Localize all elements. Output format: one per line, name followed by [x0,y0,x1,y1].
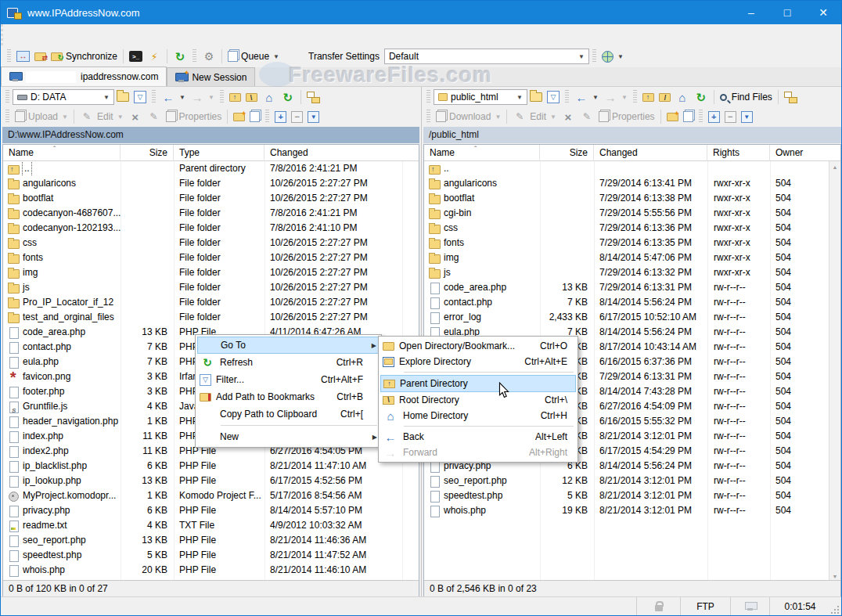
column-header-type[interactable]: Type [174,145,264,161]
drive-select[interactable]: D: DATA▼ [13,89,114,105]
parent-directory-button[interactable]: ↑ [640,88,657,106]
menu-bar-item[interactable] [23,32,36,38]
directory-tree-button[interactable] [782,88,799,106]
menu-bar-item[interactable] [61,32,74,38]
root-directory-button[interactable]: \ [243,88,260,106]
file-row[interactable]: js 7/29/2014 6:13:32 PM rwxr-xr-x 504 [424,265,840,280]
file-row[interactable]: speedtest.php 5 KB 8/21/2014 3:12:01 PM … [424,488,840,503]
download-button[interactable]: Download▼ [434,108,503,125]
filter-button[interactable]: ▽ [131,88,149,106]
properties-button[interactable]: Properties [596,108,657,125]
column-header-owner[interactable]: Owner [770,145,840,161]
open-directory-button[interactable] [527,88,545,106]
new-folder-button[interactable]: ✦ [231,108,247,125]
menu-bar-item[interactable] [74,32,86,38]
file-row[interactable]: codecanyon-4687607... File folder 7/8/20… [3,206,419,221]
select-files-button[interactable]: + [272,108,289,125]
delete-button[interactable]: × [126,108,145,125]
compare-directories-button[interactable]: ↔ [14,48,32,65]
properties-button[interactable]: Properties [164,108,225,125]
menu-bar-item[interactable] [36,32,49,38]
file-row[interactable]: speedtest.php 5 KB PHP File 8/21/2014 11… [3,548,419,563]
file-row[interactable]: codecanyon-1202193... File folder 7/8/20… [3,221,419,236]
vertical-scrollbar[interactable]: ▲ ▼ [829,161,840,582]
maximize-button[interactable]: □ [769,1,805,24]
file-row[interactable]: whois.php 19 KB 8/21/2014 3:12:01 PM rw-… [424,503,840,518]
session-duration[interactable]: 0:01:54 [769,597,830,616]
menu-item[interactable]: Open Directory/Bookmark... Ctrl+O [380,338,576,354]
menu-item[interactable]: Add Path to Bookmarks Ctrl+B [197,388,380,405]
remote-path-bar[interactable]: /public_html [423,127,841,143]
session-tab-active[interactable]: ipaddressnow.com [1,67,167,86]
transfer-settings-select[interactable]: Default▼ [384,49,589,64]
scroll-up-icon[interactable]: ▲ [829,161,840,172]
root-directory-button[interactable]: / [657,88,673,106]
rename-button[interactable]: ✎ [578,108,596,125]
filter-button[interactable]: ▽ [545,88,562,106]
rename-button[interactable]: ✎ [145,108,164,125]
column-header-size[interactable]: Size [540,145,594,161]
encryption-status[interactable] [636,597,680,616]
unselect-files-button[interactable]: − [289,108,305,125]
file-row[interactable]: js File folder 10/26/2015 2:27:27 PM [3,280,419,295]
upload-button[interactable]: Upload▼ [13,108,70,125]
file-row[interactable]: .. [424,161,840,176]
refresh-button[interactable]: ↻ [279,88,297,106]
close-button[interactable]: ✕ [805,1,841,24]
menu-item[interactable]: Home Directory Ctrl+H [380,408,576,423]
file-row[interactable]: MyProject.komodopr... 1 KB Komodo Projec… [3,488,419,503]
back-button[interactable]: ←▼ [159,88,188,106]
file-row[interactable]: whois.php 20 KB PHP File 8/21/2014 11:46… [3,563,419,578]
open-directory-button[interactable] [114,88,131,106]
synchronize-button[interactable]: ↻Synchronize [49,48,120,65]
unselect-files-button[interactable]: − [722,108,739,125]
protocol-status[interactable]: FTP [680,597,730,616]
parent-directory-button[interactable]: ↑ [227,88,243,106]
minimize-button[interactable]: – [733,1,769,24]
file-row[interactable]: test_and_orginal_files File folder 10/26… [3,310,419,325]
column-header-changed[interactable]: Changed [264,145,419,161]
file-row[interactable]: bootflat File folder 10/26/2015 2:27:27 … [3,191,419,206]
delete-button[interactable]: × [559,108,578,125]
menu-bar-item[interactable] [49,32,61,38]
file-row[interactable]: cgi-bin 7/29/2014 5:55:56 PM rwxr-xr-x 5… [424,206,840,221]
forward-button[interactable]: →▼ [601,88,630,106]
file-row[interactable]: angularicons 7/29/2014 6:13:41 PM rwxr-x… [424,176,840,191]
remote-directory-select[interactable]: public_html▼ [434,89,527,105]
selection-filter-button[interactable]: ▼ [739,108,755,125]
menu-item[interactable]: Forward Alt+Right [380,445,576,460]
menu-item[interactable]: Parent Directory [380,375,576,392]
column-header-name[interactable]: Nameˆ [424,145,540,161]
synchronize-browsing-button[interactable]: ⇄ [32,48,49,65]
file-row[interactable]: .. Parent directory 7/8/2016 2:41:21 PM [3,161,419,176]
file-row[interactable]: readme.txt 4 KB TXT File 4/9/2012 10:03:… [3,518,419,533]
column-header-rights[interactable]: Rights [707,145,770,161]
file-row[interactable]: ip_blacklist.php 6 KB PHP File 8/21/2014… [3,459,419,474]
transfer-settings-globe-button[interactable]: ▼ [599,48,626,65]
file-row[interactable]: error_log 2,433 KB 6/17/2015 10:52:10 AM… [424,310,840,325]
custom-command-button[interactable]: ⚡ [145,48,164,65]
file-row[interactable]: css File folder 10/26/2015 2:27:27 PM [3,236,419,250]
back-button[interactable]: ←▼ [572,88,601,106]
menu-item[interactable]: Filter... Ctrl+Alt+F [197,371,380,388]
file-row[interactable]: fonts 7/29/2014 6:13:35 PM rwxr-xr-x 504 [424,236,840,250]
file-row[interactable]: Pro_IP_Locator_if_12 File folder 10/26/2… [3,295,419,310]
new-session-tab[interactable]: ✦ New Session [167,67,255,86]
edit-button[interactable]: ✎Edit▼ [77,108,126,125]
file-row[interactable]: contact.php 7 KB 8/14/2014 5:56:24 PM rw… [424,295,840,310]
file-row[interactable]: css 7/29/2014 6:13:36 PM rwxr-xr-x 504 [424,221,840,236]
file-row[interactable]: privacy.php 6 KB PHP File 8/14/2014 5:57… [3,503,419,518]
preferences-button[interactable]: ⚙ [200,48,218,65]
select-files-button[interactable]: + [706,108,722,125]
refresh-button[interactable]: ↻ [692,88,711,106]
file-row[interactable]: fonts File folder 10/26/2015 2:27:27 PM [3,250,419,265]
menu-bar-item[interactable] [86,32,99,38]
edit-button[interactable]: ✎Edit▼ [510,108,559,125]
directory-tree-button[interactable] [304,88,322,106]
menu-item[interactable]: Back Alt+Left [380,429,576,445]
queue-button[interactable]: Queue▼ [225,48,282,65]
file-row[interactable]: seo_report.php 12 KB 8/21/2014 3:12:01 P… [424,474,840,488]
connection-status[interactable] [730,597,769,616]
menu-item[interactable]: Explore Directory Ctrl+Alt+E [380,354,576,369]
new-folder-button[interactable]: ✦ [664,108,681,125]
